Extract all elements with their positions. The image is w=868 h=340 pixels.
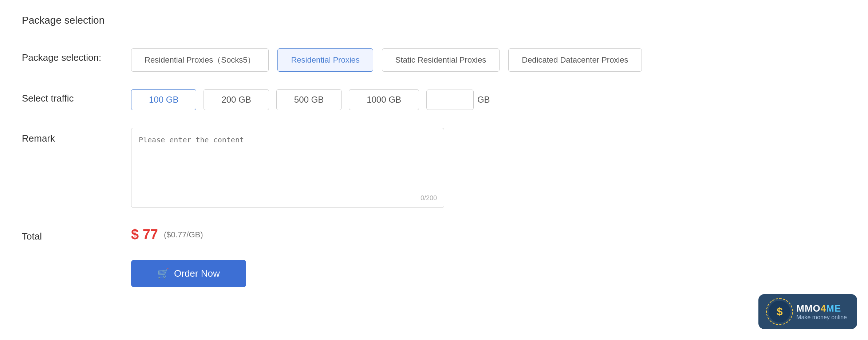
remark-counter: 0/200 (421, 194, 437, 202)
traffic-btn-1000gb[interactable]: 1000 GB (349, 89, 419, 110)
cart-icon: 🛒 (157, 268, 169, 279)
package-selection-row: Package selection Residential Proxies（So… (22, 48, 846, 72)
total-row: Total $ 77 ($0.77/GB) (22, 227, 846, 242)
section-divider (22, 30, 846, 30)
package-selection-label: Package selection (22, 48, 131, 63)
traffic-btn-500gb[interactable]: 500 GB (276, 89, 342, 110)
package-btn-residential[interactable]: Residential Proxies (277, 48, 373, 72)
package-btn-residential-socks5[interactable]: Residential Proxies（Socks5） (131, 48, 269, 72)
total-label: Total (22, 227, 131, 242)
mmo4me-name: MMO4ME (796, 303, 847, 314)
traffic-selection-row: Select traffic 100 GB 200 GB 500 GB 1000… (22, 89, 846, 110)
traffic-custom-input[interactable] (426, 90, 474, 110)
mmo4me-badge: $ MMO4ME Make money online (758, 294, 857, 329)
remark-wrapper: 0/200 (131, 128, 444, 209)
remark-textarea[interactable] (131, 128, 444, 208)
total-value: 77 (143, 227, 158, 242)
order-now-label: Order Now (174, 268, 220, 279)
order-now-button[interactable]: 🛒 Order Now (131, 260, 246, 287)
mmo4me-name-four: 4 (821, 303, 826, 314)
package-options: Residential Proxies（Socks5） Residential … (131, 48, 642, 72)
remark-label: Remark (22, 128, 131, 144)
total-amount: $ 77 (131, 227, 158, 242)
remark-row: Remark 0/200 (22, 128, 846, 209)
traffic-custom-unit: GB (477, 95, 490, 105)
mmo4me-name-mmo: MMO (796, 303, 821, 314)
mmo4me-text: MMO4ME Make money online (796, 303, 847, 321)
mmo4me-name-me: ME (826, 303, 841, 314)
section-title: Package selection (22, 15, 846, 26)
page-wrapper: Package selection Package selection Resi… (0, 0, 868, 340)
traffic-options: 100 GB 200 GB 500 GB 1000 GB GB (131, 89, 490, 110)
traffic-btn-200gb[interactable]: 200 GB (204, 89, 269, 110)
traffic-btn-100gb[interactable]: 100 GB (131, 89, 196, 110)
mmo4me-dollar-icon: $ (777, 305, 783, 318)
mmo4me-logo: $ (769, 301, 790, 323)
total-rate: ($0.77/GB) (164, 230, 203, 240)
traffic-label: Select traffic (22, 89, 131, 104)
total-currency: $ (131, 227, 139, 242)
package-btn-dedicated-datacenter[interactable]: Dedicated Datacenter Proxies (508, 48, 642, 72)
mmo4me-sub: Make money online (796, 314, 847, 321)
package-btn-static-residential[interactable]: Static Residential Proxies (382, 48, 500, 72)
traffic-custom-wrapper: GB (426, 90, 490, 110)
